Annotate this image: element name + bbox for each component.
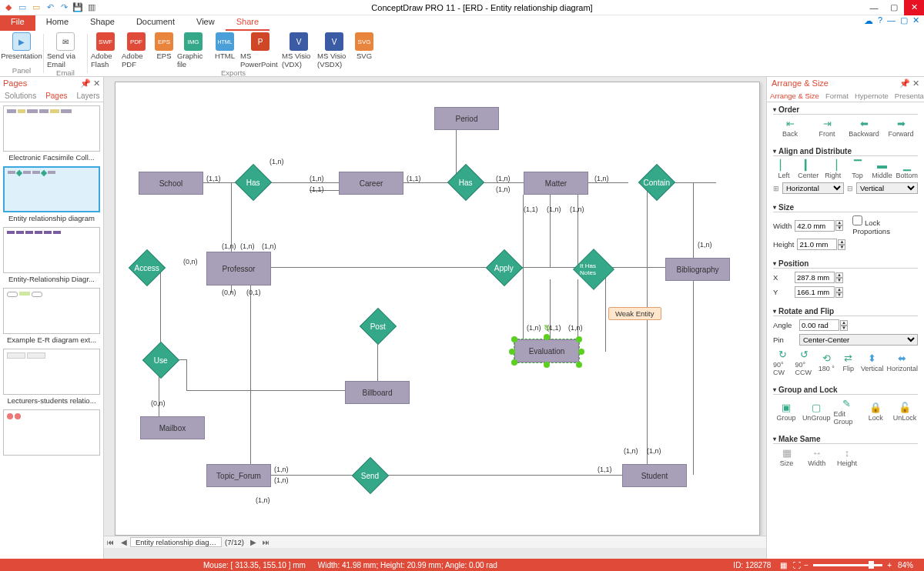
next-page-icon[interactable]: ▶ — [247, 538, 259, 546]
entity-career[interactable]: Career — [339, 172, 403, 195]
btn-eps[interactable]: EPSEPS — [152, 32, 176, 68]
redo-icon[interactable]: ↷ — [59, 2, 69, 13]
rel-contain[interactable]: Contain — [638, 164, 675, 201]
btn-rotate-90ccw[interactable]: ↺90° CCW — [795, 349, 813, 376]
rtab-presentation[interactable]: Presentation — [892, 90, 924, 102]
pin-icon[interactable]: 📌 ✕ — [80, 78, 100, 88]
entity-bibliography[interactable]: Bibliography — [665, 258, 730, 281]
minimize-button[interactable]: — — [864, 0, 884, 15]
tab-layers[interactable]: Layers — [72, 90, 105, 102]
rel-use[interactable]: Use — [142, 342, 179, 379]
page-thumb[interactable] — [3, 409, 100, 456]
canvas-area[interactable]: School Career Period Matter Bibliography… — [104, 77, 766, 559]
page-thumb[interactable] — [3, 288, 100, 334]
cloud-icon[interactable]: ☁ — [864, 15, 873, 31]
sec-group[interactable]: Group and Lock — [773, 386, 918, 395]
tab-document[interactable]: Document — [126, 15, 186, 31]
btn-flip[interactable]: ⇄Flip — [839, 352, 857, 372]
btn-align-center[interactable]: ▎Center — [798, 159, 819, 179]
rel-has-1[interactable]: Has — [235, 164, 272, 201]
entity-billboard[interactable]: Billboard — [345, 381, 410, 404]
rel-it-has-notes[interactable]: It Has Notes — [573, 249, 614, 290]
btn-flip-vertical[interactable]: ⬍Vertical — [861, 352, 884, 372]
tab-share[interactable]: Share — [226, 15, 270, 31]
btn-align-middle[interactable]: ▬Middle — [872, 159, 893, 179]
sec-size[interactable]: Size — [773, 203, 918, 212]
btn-same-width[interactable]: ↔Width — [803, 447, 830, 467]
btn-graphic-file[interactable]: IMGGraphic file — [177, 32, 209, 68]
btn-adobe-pdf[interactable]: PDFAdobe PDF — [122, 32, 151, 68]
tab-home[interactable]: Home — [35, 15, 79, 31]
last-page-icon[interactable]: ⏭ — [259, 538, 273, 546]
entity-professor[interactable]: Professor — [206, 252, 271, 286]
rel-apply[interactable]: Apply — [486, 249, 523, 286]
rel-has-2[interactable]: Has — [447, 164, 484, 201]
print-icon[interactable]: ▥ — [86, 2, 97, 13]
entity-matter[interactable]: Matter — [524, 172, 588, 195]
zoom-slider[interactable] — [813, 564, 882, 566]
input-pos-x[interactable] — [795, 272, 835, 283]
grid-icon[interactable]: ▦ — [777, 561, 790, 569]
rtab-format[interactable]: Format — [822, 90, 852, 102]
entity-topic-forum[interactable]: Topic_Forum — [206, 464, 271, 487]
distribute-vertical-select[interactable]: Vertical — [856, 182, 918, 194]
btn-align-left[interactable]: ▏Left — [773, 159, 795, 179]
btn-send-email[interactable]: ✉Send via Email — [47, 32, 84, 68]
btn-send-backward[interactable]: ⬅Backward — [847, 118, 881, 138]
btn-same-height[interactable]: ↕Height — [833, 447, 860, 467]
btn-unlock[interactable]: 🔓UnLock — [892, 402, 918, 422]
prev-page-icon[interactable]: ◀ — [118, 538, 130, 546]
btn-group[interactable]: ▣Group — [773, 402, 799, 422]
entity-student[interactable]: Student — [622, 464, 687, 487]
sec-make-same[interactable]: Make Same — [773, 435, 918, 444]
btn-align-bottom[interactable]: ▁Bottom — [896, 159, 918, 179]
sec-rotate[interactable]: Rotate and Flip — [773, 307, 918, 316]
undo-icon[interactable]: ↶ — [45, 2, 55, 13]
entity-evaluation[interactable]: Evaluation ↻ — [514, 339, 579, 362]
input-height[interactable] — [797, 239, 837, 250]
open-icon[interactable]: ▭ — [31, 2, 42, 13]
btn-send-back[interactable]: ⇤Back — [773, 118, 807, 138]
help-icon[interactable]: ? — [878, 15, 882, 31]
page-thumb[interactable] — [3, 349, 100, 395]
mdi-restore-icon[interactable]: ▢ — [900, 15, 908, 31]
mdi-close-icon[interactable]: ✕ — [912, 15, 919, 31]
page-thumb[interactable] — [3, 166, 100, 212]
tab-pages[interactable]: Pages — [41, 90, 72, 102]
chk-lock-proportions[interactable] — [852, 215, 862, 225]
btn-svg[interactable]: SVGSVG — [353, 32, 376, 68]
spin-up-icon[interactable]: ▲ — [835, 220, 843, 225]
btn-ungroup[interactable]: ▢UnGroup — [802, 402, 831, 422]
sec-align[interactable]: Align and Distribute — [773, 147, 918, 156]
entity-school[interactable]: School — [139, 172, 203, 195]
page-thumb[interactable] — [3, 105, 100, 152]
panel-pin-icon[interactable]: 📌 ✕ — [899, 78, 919, 88]
new-icon[interactable]: ▭ — [17, 2, 28, 13]
entity-mailbox[interactable]: Mailbox — [140, 416, 205, 439]
save-icon[interactable]: 💾 — [72, 2, 83, 13]
zoom-out-icon[interactable]: − — [804, 561, 808, 569]
page-thumb[interactable] — [3, 227, 100, 273]
tab-solutions[interactable]: Solutions — [0, 90, 41, 102]
first-page-icon[interactable]: ⏮ — [104, 538, 118, 546]
btn-bring-forward[interactable]: ➡Forward — [884, 118, 918, 138]
btn-visio-vdx[interactable]: VMS Visio (VDX) — [282, 32, 316, 68]
maximize-button[interactable]: ▢ — [884, 0, 904, 15]
rel-post[interactable]: Post — [360, 308, 397, 345]
btn-visio-vsdx[interactable]: VMS Visio (VSDX) — [317, 32, 351, 68]
tab-view[interactable]: View — [186, 15, 226, 31]
btn-ms-powerpoint[interactable]: PMS PowerPoint — [240, 32, 280, 68]
btn-flip-horizontal[interactable]: ⬌Horizontal — [886, 352, 918, 372]
distribute-horizontal-select[interactable]: Horizontal — [782, 182, 844, 194]
sec-order[interactable]: Order — [773, 105, 918, 115]
close-button[interactable]: ✕ — [904, 0, 924, 15]
input-width[interactable] — [795, 220, 835, 232]
current-doc-tab[interactable]: Entity relationship diag… — [130, 537, 222, 547]
select-pin[interactable]: Center-Center — [799, 334, 918, 346]
btn-align-top[interactable]: ▔Top — [847, 159, 869, 179]
sec-position[interactable]: Position — [773, 259, 918, 269]
input-pos-y[interactable] — [795, 286, 835, 298]
rtab-hypernote[interactable]: Hypernote — [852, 90, 892, 102]
tab-shape[interactable]: Shape — [79, 15, 126, 31]
btn-html[interactable]: HTMLHTML — [211, 32, 239, 68]
